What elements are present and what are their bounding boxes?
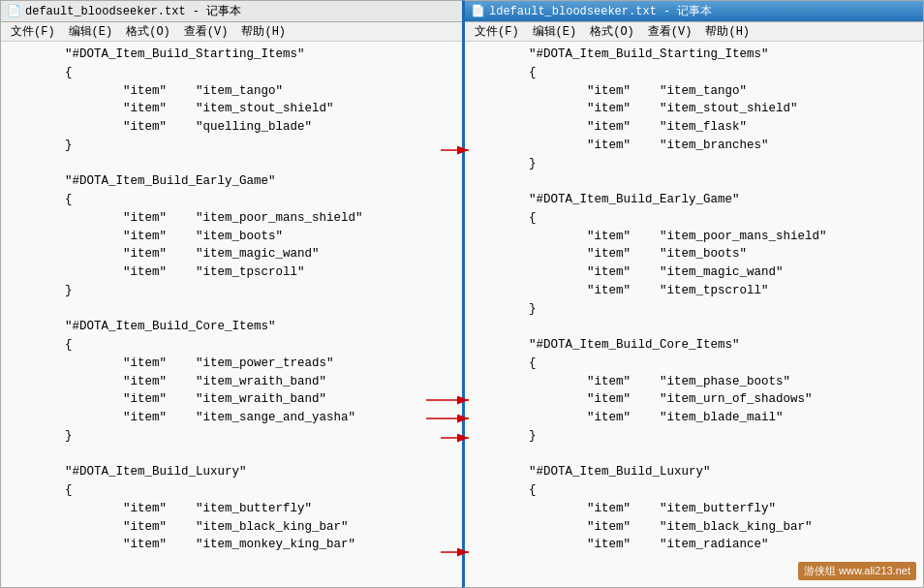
right-window-icon: 📄 [471,4,485,18]
right-window-title: ldefault_bloodseeker.txt - 记事本 [489,3,712,19]
right-menu-view[interactable]: 查看(V) [642,22,698,41]
app-container: 📄 default_bloodseeker.txt - 记事本 文件(F) 编辑… [0,0,924,588]
left-window-icon: 📄 [7,4,21,18]
right-menu-format[interactable]: 格式(O) [584,22,640,41]
left-menu-edit[interactable]: 编辑(E) [63,22,119,41]
left-menu-format[interactable]: 格式(O) [120,22,176,41]
left-menu-file[interactable]: 文件(F) [5,22,61,41]
right-title-bar: 📄 ldefault_bloodseeker.txt - 记事本 [465,1,923,22]
left-menu-view[interactable]: 查看(V) [178,22,234,41]
right-menu-bar[interactable]: 文件(F) 编辑(E) 格式(O) 查看(V) 帮助(H) [465,22,923,42]
right-menu-edit[interactable]: 编辑(E) [527,22,583,41]
left-notepad-window: 📄 default_bloodseeker.txt - 记事本 文件(F) 编辑… [0,0,462,588]
right-notepad-window: 📄 ldefault_bloodseeker.txt - 记事本 文件(F) 编… [462,0,924,588]
right-content-area: "#DOTA_Item_Build_Starting_Items" { "ite… [465,42,923,587]
left-window-title: default_bloodseeker.txt - 记事本 [25,3,241,19]
right-menu-help[interactable]: 帮助(H) [699,22,755,41]
left-menu-help[interactable]: 帮助(H) [235,22,292,41]
right-menu-file[interactable]: 文件(F) [469,22,525,41]
left-title-bar: 📄 default_bloodseeker.txt - 记事本 [1,1,462,22]
left-menu-bar[interactable]: 文件(F) 编辑(E) 格式(O) 查看(V) 帮助(H) [1,22,462,42]
left-content-area: "#DOTA_Item_Build_Starting_Items" { "ite… [1,42,462,587]
watermark: 游侠组 www.ali213.net [798,562,916,580]
